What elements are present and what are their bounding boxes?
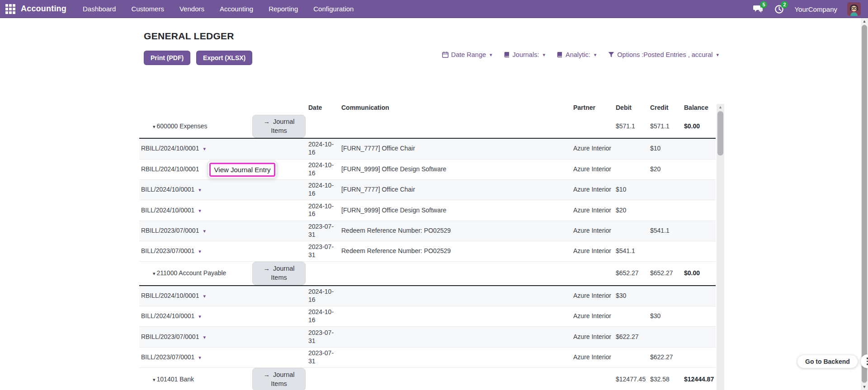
- table-row: RBILL/2023/07/0001▾ 2023-07-31 Redeem Re…: [139, 221, 716, 241]
- group-balance: $0.00: [684, 122, 716, 131]
- table-body: ▾600000 Expenses → Journal Items $571.1 …: [139, 115, 716, 390]
- dropdown-caret-icon[interactable]: ▾: [203, 293, 206, 299]
- row-communication: Redeem Reference Number: PO02529: [341, 247, 573, 255]
- row-date: 2024-10-16: [308, 202, 341, 219]
- view-journal-entry-menuitem[interactable]: View Journal Entry: [209, 163, 275, 177]
- messages-button[interactable]: 5: [753, 4, 764, 14]
- scroll-up-icon[interactable]: ▲: [717, 104, 724, 110]
- journal-items-button[interactable]: → Journal Items: [252, 262, 306, 285]
- row-debit: $20: [616, 207, 650, 215]
- nav-item-accounting[interactable]: Accounting: [220, 5, 253, 13]
- group-credit: $571.1: [650, 122, 684, 131]
- row-credit: $10: [650, 145, 684, 153]
- go-to-backend-button[interactable]: Go to Backend: [797, 355, 858, 368]
- dropdown-caret-icon[interactable]: ▾: [203, 228, 206, 234]
- move-name: RBILL/2024/10/0001: [139, 292, 199, 299]
- filter-options[interactable]: Options :Posted Entries , accural ▾: [608, 51, 719, 58]
- dropdown-caret-icon[interactable]: ▾: [198, 187, 201, 193]
- funnel-icon: [608, 52, 614, 58]
- nav-item-dashboard[interactable]: Dashboard: [83, 5, 116, 13]
- scroll-up-icon[interactable]: ▲: [861, 18, 868, 24]
- dropdown-caret-icon[interactable]: ▾: [198, 249, 201, 254]
- kebab-menu-button[interactable]: [860, 354, 868, 368]
- collapse-caret-icon[interactable]: ▾: [153, 377, 156, 382]
- row-partner: Azure Interior: [573, 165, 616, 174]
- nav-item-configuration[interactable]: Configuration: [313, 5, 354, 13]
- table-row: RBILL/2024/10/0001▾ 2024-10-16 [FURN_777…: [139, 139, 716, 159]
- book-icon: [557, 52, 563, 58]
- filter-journals[interactable]: Journals: ▾: [504, 51, 545, 58]
- table-scrollbar-thumb[interactable]: [717, 111, 723, 155]
- nav-item-customers[interactable]: Customers: [131, 5, 164, 13]
- move-name: BILL/2024/10/0001: [139, 186, 194, 193]
- table-row: BILL/2023/07/0001▾ 2023-07-31 Redeem Ref…: [139, 241, 716, 262]
- move-name: RBILL/2024/10/0001: [139, 165, 199, 173]
- group-balance: $0.00: [684, 269, 716, 277]
- row-partner: Azure Interior: [573, 247, 616, 255]
- move-name: RBILL/2024/10/0001: [139, 145, 199, 152]
- apps-grid-icon[interactable]: [5, 4, 15, 14]
- group-debit: $652.27: [616, 269, 650, 277]
- row-partner: Azure Interior: [573, 353, 616, 362]
- journal-items-button[interactable]: → Journal Items: [252, 115, 306, 138]
- group-credit: $32.58: [650, 376, 684, 384]
- nav-item-reporting[interactable]: Reporting: [269, 5, 298, 13]
- account-group-row: ▾101401 Bank → Journal Items $12477.45 $…: [139, 368, 716, 390]
- row-debit: $10: [616, 186, 650, 194]
- messages-badge: 5: [760, 1, 767, 8]
- dropdown-caret-icon[interactable]: ▾: [198, 208, 201, 213]
- row-communication: [FURN_7777] Office Chair: [341, 186, 573, 194]
- account-name: 101401 Bank: [157, 376, 194, 383]
- dropdown-caret-icon[interactable]: ▾: [203, 334, 206, 340]
- table-scrollbar[interactable]: ▲: [717, 104, 724, 390]
- journal-items-button[interactable]: → Journal Items: [252, 368, 306, 390]
- activities-button[interactable]: 2: [774, 4, 784, 14]
- export-xlsx-button[interactable]: Export (XLSX): [196, 51, 252, 65]
- account-group-row: ▾600000 Expenses → Journal Items $571.1 …: [139, 115, 716, 139]
- collapse-caret-icon[interactable]: ▾: [153, 124, 156, 129]
- row-date: 2024-10-16: [308, 308, 341, 324]
- print-pdf-button[interactable]: Print (PDF): [144, 51, 190, 65]
- scroll-down-icon[interactable]: ▼: [861, 384, 868, 390]
- row-partner: Azure Interior: [573, 186, 616, 194]
- filter-label: Analytic:: [566, 51, 590, 58]
- filter-label: Journals:: [513, 51, 539, 58]
- company-switcher[interactable]: YourCompany: [794, 5, 837, 13]
- row-dropdown-menu: View Journal Entry: [208, 161, 277, 179]
- row-date: 2023-07-31: [308, 223, 341, 239]
- group-balance: $12444.87: [684, 376, 716, 384]
- user-avatar[interactable]: [847, 2, 861, 16]
- chevron-down-icon: ▾: [716, 52, 719, 58]
- collapse-caret-icon[interactable]: ▾: [153, 271, 156, 276]
- dropdown-caret-icon[interactable]: ▾: [198, 355, 201, 360]
- move-name: RBILL/2023/07/0001: [139, 227, 199, 234]
- table-row: RBILL/2024/10/0001 View Journal Entry 20…: [139, 160, 716, 180]
- report-actions: Print (PDF) Export (XLSX): [144, 51, 252, 65]
- col-header-date: Date: [308, 104, 341, 112]
- arrow-right-icon: →: [263, 265, 270, 272]
- book-icon: [504, 52, 510, 58]
- arrow-right-icon: →: [263, 371, 270, 378]
- page-title: GENERAL LEDGER: [144, 31, 234, 42]
- row-date: 2024-10-16: [308, 182, 341, 198]
- row-date: 2023-07-31: [308, 349, 341, 366]
- filter-date-range[interactable]: Date Range ▾: [442, 51, 492, 58]
- filter-label: Options :Posted Entries , accural: [617, 51, 712, 58]
- dropdown-caret-icon[interactable]: ▾: [203, 146, 206, 151]
- filter-analytic[interactable]: Analytic: ▾: [557, 51, 596, 58]
- account-name: 211000 Account Payable: [157, 269, 226, 277]
- kebab-dot: [867, 363, 868, 365]
- navbar-right: 5 2 YourCompany: [753, 0, 861, 18]
- row-communication: [FURN_9999] Office Design Software: [341, 165, 573, 174]
- row-communication: Redeem Reference Number: PO02529: [341, 227, 573, 235]
- page-scrollbar[interactable]: ▲ ▼: [861, 18, 868, 390]
- calendar-icon: [442, 52, 448, 58]
- dropdown-caret-icon[interactable]: ▾: [198, 314, 201, 319]
- row-date: 2024-10-16: [308, 141, 341, 157]
- backend-controls: Go to Backend: [797, 354, 868, 368]
- page-scrollbar-thumb[interactable]: [862, 25, 867, 383]
- app-brand[interactable]: Accounting: [21, 4, 66, 14]
- chevron-down-icon: ▾: [594, 52, 597, 58]
- group-debit: $12477.45: [616, 376, 650, 384]
- nav-item-vendors[interactable]: Vendors: [179, 5, 204, 13]
